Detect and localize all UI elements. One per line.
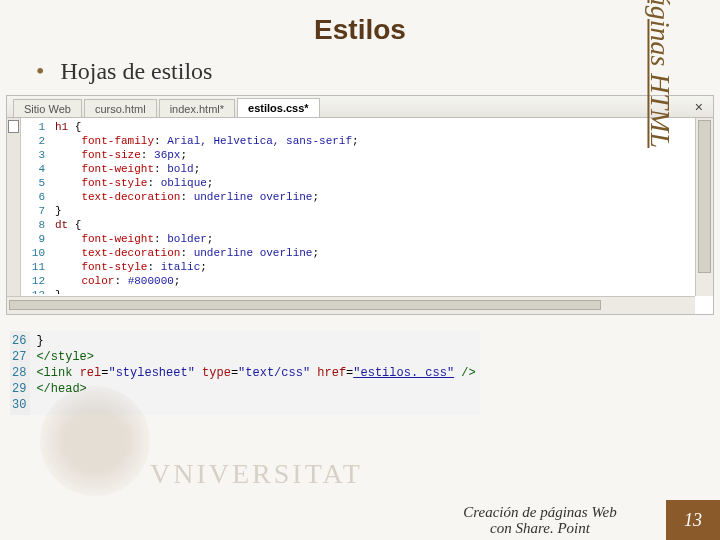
code-content[interactable]: h1 { font-family: Arial, Helvetica, sans… <box>49 118 359 294</box>
university-watermark: VNIVERSITAT <box>150 458 363 490</box>
bullet-dot-icon: • <box>36 58 44 84</box>
editor-tab-bar: Sitio Web curso.html index.html* estilos… <box>7 96 713 118</box>
snippet-code: } </style> <link rel="stylesheet" type="… <box>30 331 481 415</box>
line-number-column: 1234567891011121314 <box>21 118 49 294</box>
side-section-label: Páginas HTML <box>644 0 676 148</box>
vertical-scrollbar[interactable] <box>695 118 713 296</box>
tab-site[interactable]: Sitio Web <box>13 99 82 117</box>
code-area: 1234567891011121314 h1 { font-family: Ar… <box>21 118 693 294</box>
snippet-line-numbers: 26 27 28 29 30 <box>10 331 30 415</box>
horizontal-scrollbar[interactable] <box>7 296 695 314</box>
bullet-text: Hojas de estilos <box>60 58 212 84</box>
slide-title: Estilos <box>0 0 720 56</box>
footer-caption: Creación de páginas Web con Share. Point <box>440 504 640 536</box>
tab-estilos[interactable]: estilos.css* <box>237 98 320 117</box>
editor-gutter <box>7 118 21 296</box>
footer: Creación de páginas Web con Share. Point… <box>0 494 720 540</box>
code-editor-pane: Sitio Web curso.html index.html* estilos… <box>6 95 714 315</box>
tab-index[interactable]: index.html* <box>159 99 235 117</box>
html-snippet-pane: 26 27 28 29 30 } </style> <link rel="sty… <box>10 331 480 415</box>
tab-curso[interactable]: curso.html <box>84 99 157 117</box>
bullet-item: • Hojas de estilos <box>0 56 720 95</box>
page-icon <box>8 120 19 133</box>
page-number: 13 <box>666 500 720 540</box>
close-icon[interactable]: × <box>695 99 703 115</box>
